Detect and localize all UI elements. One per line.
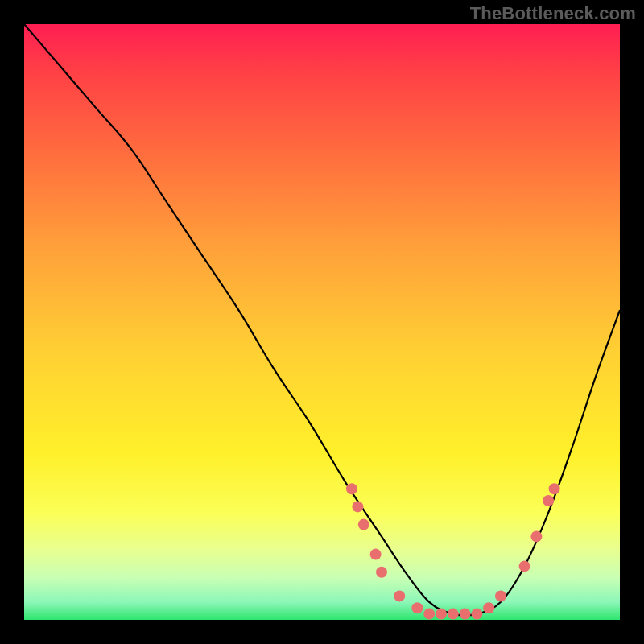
curve-layer <box>24 24 620 620</box>
curve-marker <box>543 495 554 506</box>
curve-marker <box>376 567 387 578</box>
plot-area <box>24 24 620 620</box>
bottleneck-curve <box>24 24 620 616</box>
curve-marker <box>483 602 494 613</box>
curve-marker <box>530 530 542 542</box>
curve-marker <box>358 519 369 530</box>
curve-marker <box>448 609 459 620</box>
curve-marker <box>394 590 405 601</box>
curve-marker <box>495 590 506 601</box>
curve-marker <box>411 602 423 613</box>
watermark-label: TheBottleneck.com <box>470 3 636 24</box>
curve-marker <box>471 609 482 620</box>
curve-marker <box>436 609 447 620</box>
curve-marker <box>352 501 363 512</box>
curve-marker <box>549 483 560 494</box>
curve-markers <box>346 483 560 619</box>
curve-marker <box>370 549 382 560</box>
curve-marker <box>346 483 357 494</box>
curve-marker <box>519 560 530 572</box>
curve-marker <box>423 609 435 620</box>
curve-marker <box>460 609 471 620</box>
figure-container: TheBottleneck.com <box>0 0 644 644</box>
